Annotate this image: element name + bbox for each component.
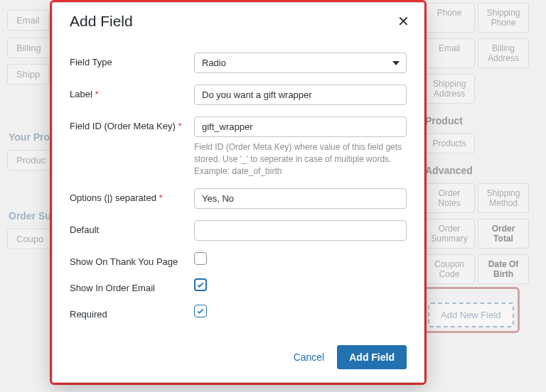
options-label: Options (|) separated: [70, 192, 156, 203]
bg-pill-produc: Produc: [7, 150, 55, 170]
default-label: Default: [70, 220, 194, 235]
bg-pill-billing: Billing: [7, 38, 50, 58]
bg-pill-phone: Phone: [424, 3, 475, 33]
required-asterisk: *: [159, 192, 163, 203]
options-input[interactable]: [194, 188, 407, 209]
bg-pill-order-summary: Order Summary: [424, 219, 475, 249]
label-label: Label: [70, 89, 92, 99]
modal-title: Add Field: [70, 13, 133, 30]
required-checkbox[interactable]: [194, 305, 207, 317]
bg-pill-order-notes: Order Notes: [424, 183, 475, 213]
bg-pill-billing-address: Billing Address: [478, 38, 529, 68]
field-id-input[interactable]: [194, 116, 407, 137]
bg-pill-coupo: Coupo: [7, 229, 53, 249]
bg-pill-email: Email: [7, 10, 49, 31]
default-input[interactable]: [194, 220, 407, 241]
close-icon[interactable]: ✕: [397, 14, 410, 28]
bg-pill-shipping-address: Shipping Address: [424, 74, 475, 104]
bg-heading-product: Product: [425, 115, 463, 126]
required-label: Required: [70, 305, 194, 320]
add-new-field-highlight: Add New Field: [422, 287, 520, 333]
cancel-button[interactable]: Cancel: [294, 352, 325, 363]
add-new-field-button[interactable]: Add New Field: [428, 303, 514, 327]
show-thank-you-label: Show On Thank You Page: [70, 252, 194, 267]
add-field-button[interactable]: Add Field: [337, 345, 407, 369]
add-field-modal: Add Field ✕ Field Type Radio Label *: [52, 2, 424, 383]
modal-highlight-border: Add Field ✕ Field Type Radio Label *: [50, 0, 427, 385]
bg-heading-advanced: Advanced: [425, 165, 473, 176]
bg-heading-order-su: Order Su: [9, 210, 51, 222]
required-asterisk: *: [178, 121, 181, 131]
bg-pill-date-of-birth: Date Of Birth: [478, 254, 529, 284]
check-icon: [196, 307, 205, 315]
field-type-label: Field Type: [70, 53, 194, 67]
required-asterisk: *: [95, 89, 98, 99]
bg-pill-shipping-method: Shipping Method: [478, 183, 529, 213]
field-id-hint: Field ID (Order Meta Key) where value of…: [194, 141, 407, 177]
label-input[interactable]: [194, 85, 407, 105]
bg-pill-email2: Email: [424, 38, 475, 68]
bg-heading-your-pro: Your Pro: [9, 131, 50, 143]
bg-pill-shipp: Shipp: [7, 64, 49, 85]
bg-pill-coupon-code: Coupon Code: [424, 254, 475, 284]
bg-pill-order-total: Order Total: [478, 219, 529, 249]
check-icon: [196, 281, 205, 289]
show-thank-you-checkbox[interactable]: [194, 252, 207, 265]
show-email-checkbox[interactable]: [194, 278, 207, 291]
field-id-label: Field ID (Order Meta Key): [70, 121, 176, 131]
bg-pill-products: Products: [424, 134, 475, 153]
bg-pill-shipping-phone: Shipping Phone: [478, 3, 529, 33]
show-email-label: Show In Order Email: [70, 278, 194, 293]
field-type-select[interactable]: Radio: [194, 53, 407, 73]
